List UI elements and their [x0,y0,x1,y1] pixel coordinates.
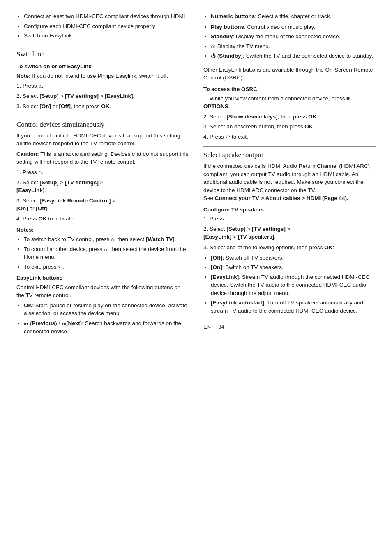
caution-label: Caution: [16,151,39,157]
configure-title: Configure TV speakers [203,206,376,214]
sp-step1: 1. Press . [203,215,376,223]
intro-list: Connect at least two HDMI-CEC compliant … [24,12,189,40]
list-item: (Standby): Switch the TV and the connect… [211,52,376,60]
osrc-step2: 2. Select [Show device keys], then press… [203,113,376,121]
step2: 2. Select [Setup] > [TV settings] > [Eas… [16,92,189,100]
speaker-output-title: Select speaker output [203,150,376,160]
more-buttons-section: Numeric buttons: Select a title, chapter… [203,12,376,60]
note-text: If you do not intend to use Philips Easy… [32,73,168,79]
list-item: [EasyLink]: Stream TV audio through the … [211,273,376,297]
list-item: To exit, press . [24,263,189,271]
divider-3 [203,146,376,147]
play-label: Play buttons [211,24,244,30]
home-icon-6 [225,216,228,222]
sp-step3-intro: 3. Select one of the following options, … [203,244,376,252]
osrc-section: Other EasyLink buttons are available thr… [203,66,376,141]
list-item: Switch on EasyLink [24,32,189,40]
switch-on-title: Switch on [16,49,189,60]
list-item: Configure each HDMI-CEC compliant device… [24,22,189,30]
list-item: [Off]: Switch off TV speakers. [211,254,376,262]
easylink-buttons-intro: Control HDMI-CEC compliant devices with … [16,283,189,299]
home-icon-5 [211,43,214,49]
cd-step1: 1. Press . [16,168,189,176]
list-item: (Previous) / (Next): Search backwards an… [24,319,189,335]
caution-text: Caution: This is an advanced setting. De… [16,150,189,166]
osrc-step3: 3. Select an onscreen button, then press… [203,123,376,131]
speaker-para1: If the connected device is HDMI Audio Re… [203,162,376,202]
speaker-options-list: [Off]: Switch off TV speakers. [On]: Swi… [211,254,376,315]
left-column: Connect at least two HDMI-CEC compliant … [16,12,189,341]
speaker-output-section: Select speaker output If the connected d… [203,150,376,315]
footer-page: 34 [218,324,224,330]
list-item: To control another device, press , then … [24,245,189,261]
list-item: Standby: Display the menu of the connect… [211,32,376,41]
back-icon-2 [225,134,230,140]
list-item: Connect at least two HDMI-CEC compliant … [24,12,189,21]
list-item: Numeric buttons: Select a title, chapter… [211,12,376,21]
standby-icon [211,53,216,59]
footer-lang: EN [203,324,211,330]
back-icon [58,264,63,270]
numeric-label: Numeric buttons [211,13,255,19]
switch-on-note: Note: If you do not intend to use Philip… [16,72,189,80]
divider-2 [16,116,189,116]
list-item: To switch back to TV control, press , th… [24,235,189,244]
cd-step4: 4. Press OK to activate. [16,215,189,223]
osrc-intro: Other EasyLink buttons are available thr… [203,66,376,82]
switch-on-section: Switch on To switch on or off EasyLink N… [16,49,189,110]
step3: 3. Select [On] or [Off], then press OK. [16,102,189,111]
footer: EN 34 [203,323,376,331]
home-icon [38,83,42,89]
list-item: Play buttons: Control video or music pla… [211,23,376,31]
right-column: Numeric buttons: Select a title, chapter… [203,12,376,341]
home-icon-4 [104,246,107,252]
divider [16,46,189,46]
cd-step2: 2. Select [Setup] > [TV settings] >[Easy… [16,179,189,195]
notes-list: To switch back to TV control, press , th… [24,235,189,271]
prev-icon [24,320,28,326]
control-devices-title: Control devices simultaneously [16,120,189,130]
home-icon-2 [38,169,42,175]
control-devices-section: Control devices simultaneously If you co… [16,120,189,335]
notes-title: Notes: [16,226,189,234]
note-label: Note: [16,73,31,79]
osrc-step1: 1. While you view content from a connect… [203,95,376,111]
easylink-buttons-title: EasyLink buttons [16,274,189,282]
home-icon-3 [111,236,114,242]
easylink-buttons-list: OK: Start, pause or resume play on the c… [24,302,189,335]
sp-step2: 2. Select [Setup] > [TV settings] >[Easy… [203,225,376,241]
control-para1: If you connect multiple HDMI-CEC devices… [16,132,189,148]
step1: 1. Press . [16,82,189,90]
list-item: [On]: Switch on TV speakers. [211,263,376,272]
page-layout: Connect at least two HDMI-CEC compliant … [16,12,376,341]
osrc-step4: 4. Press to exit. [203,133,376,141]
next-icon [62,320,66,326]
intro-section: Connect at least two HDMI-CEC compliant … [16,12,189,40]
switch-on-subtitle: To switch on or off EasyLink [16,63,189,71]
list-item: [EasyLink autostart]: Turn off TV speake… [211,299,376,315]
cd-step3: 3. Select [EasyLink Remote Control] >[On… [16,197,189,213]
list-item: OK: Start, pause or resume play on the c… [24,302,189,318]
more-buttons-list: Numeric buttons: Select a title, chapter… [211,12,376,60]
options-icon [346,95,350,102]
osrc-subtitle: To access the OSRC [203,85,376,93]
standby-label: Standby [211,33,233,39]
caution-content: This is an advanced setting. Devices tha… [16,151,188,165]
list-item: : Display the TV menu. [211,42,376,51]
